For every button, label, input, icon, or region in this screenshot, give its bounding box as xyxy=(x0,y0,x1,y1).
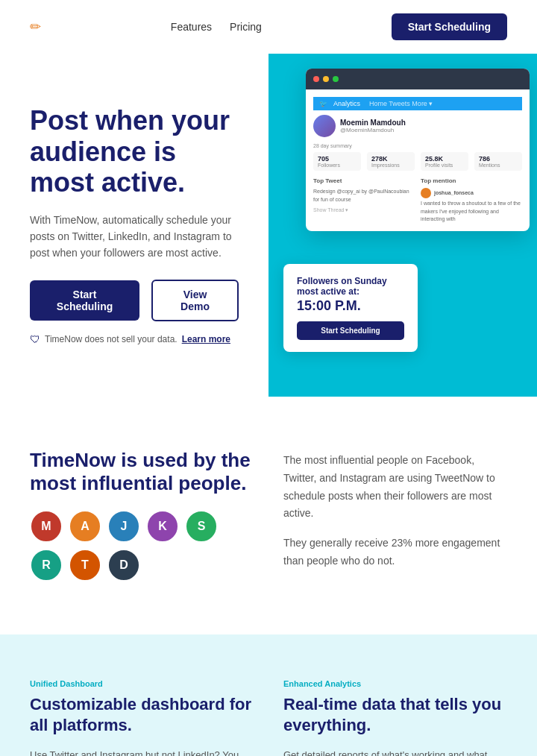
stat1-label: Followers xyxy=(318,163,357,168)
hero-heading: Post when your audience is most active. xyxy=(30,105,239,198)
avatars-row: M A J K S R T D xyxy=(30,510,254,582)
popup-card: Followers on Sunday most active at: 15:0… xyxy=(283,264,418,352)
stat-visits: 25.8K Profile visits xyxy=(421,152,468,171)
tweet-arrow: Show Thread ▾ xyxy=(313,207,415,215)
top-tweet-label: Top Tweet xyxy=(313,177,415,186)
dash-right-col: Top mention joshua_fonseca I wanted to t… xyxy=(421,177,522,224)
dash-topbar xyxy=(306,69,530,89)
stat2-label: Impressions xyxy=(371,163,410,168)
stat3-val: 25.8K xyxy=(425,155,464,163)
profile-avatar xyxy=(313,115,336,137)
hero-description: With TimeNow, automatically schedule you… xyxy=(30,212,239,262)
hero-actions: Start Scheduling View Demo xyxy=(30,280,239,321)
dashboard-mockup: 🐦 Analytics Home Tweets More ▾ Moemin Ma… xyxy=(306,69,530,231)
mention-text: I wanted to throw a shoutout to a few of… xyxy=(421,200,522,224)
influential-heading: TimeNow is used by the most influential … xyxy=(30,449,254,495)
dash-stats-row: 705 Followers 278K Impressions 25.8K Pro… xyxy=(313,152,522,171)
influential-desc1: The most influential people on Facebook,… xyxy=(283,452,507,523)
feature-left-desc: Use Twitter and Instagram but not Linked… xyxy=(30,747,254,756)
feature-right: Enhanced Analytics Real-time data that t… xyxy=(283,679,507,756)
logo-icon: ✏ xyxy=(30,19,41,35)
feature-left: Unified Dashboard Customizable dashboard… xyxy=(30,679,254,756)
profile-info: Moemin Mamdouh @MoeminMamdouh xyxy=(340,119,406,133)
dot-red xyxy=(313,76,319,82)
stat4-val: 786 xyxy=(479,155,518,163)
avatar-3: J xyxy=(107,510,140,543)
stat4-label: Mentions xyxy=(479,163,518,168)
dash-body-cols: Top Tweet Redesign @copy_ai by @PaulNaco… xyxy=(313,177,522,224)
navbar: ✏ Features Pricing Start Scheduling xyxy=(0,0,537,54)
hero-left: Post when your audience is most active. … xyxy=(0,54,268,397)
stat2-val: 278K xyxy=(371,155,410,163)
feature-left-heading: Customizable dashboard for all platforms… xyxy=(30,694,254,737)
avatar-2: A xyxy=(69,510,101,543)
stat-mentions: 786 Mentions xyxy=(474,152,522,171)
dash-left-col: Top Tweet Redesign @copy_ai by @PaulNaco… xyxy=(313,177,415,224)
stat-impressions: 278K Impressions xyxy=(367,152,415,171)
dash-profile: Moemin Mamdouh @MoeminMamdouh xyxy=(313,115,522,137)
feature-left-tag: Unified Dashboard xyxy=(30,679,254,688)
popup-cta-button[interactable]: Start Scheduling xyxy=(297,321,404,340)
avatar-5: S xyxy=(185,510,218,543)
avatar-6: R xyxy=(30,549,63,582)
dash-body: Top Tweet Redesign @copy_ai by @PaulNaco… xyxy=(313,177,522,224)
popup-title: Followers on Sunday most active at: xyxy=(297,276,404,297)
twitter-label: Analytics xyxy=(333,100,360,107)
mention-avatar xyxy=(421,188,431,198)
avatar-7: T xyxy=(69,549,101,582)
dot-yellow xyxy=(323,76,329,82)
stat1-val: 705 xyxy=(318,155,357,163)
shield-icon: 🛡 xyxy=(30,333,40,345)
trust-link[interactable]: Learn more xyxy=(182,334,230,344)
influential-section: TimeNow is used by the most influential … xyxy=(0,397,537,634)
popup-time: 15:00 P.M. xyxy=(297,298,404,314)
nav-pricing[interactable]: Pricing xyxy=(230,21,262,33)
feature-right-desc: Get detailed reports of what's working a… xyxy=(283,747,507,756)
twitter-bar: 🐦 Analytics Home Tweets More ▾ xyxy=(313,97,522,110)
feature-right-tag: Enhanced Analytics xyxy=(283,679,507,688)
top-tweet-body: Redesign @copy_ai by @PaulNacoubian for … xyxy=(313,188,415,204)
twitter-nav: Home Tweets More ▾ xyxy=(369,100,433,107)
hero-cta-button[interactable]: Start Scheduling xyxy=(30,280,139,321)
hero-demo-button[interactable]: View Demo xyxy=(151,280,239,321)
nav-features[interactable]: Features xyxy=(171,21,212,33)
hero-trust: 🛡 TimeNow does not sell your data. Learn… xyxy=(30,333,239,345)
mention-name: joshua_fonseca xyxy=(434,189,474,198)
stat-followers: 705 Followers xyxy=(313,152,361,171)
twitter-icon: 🐦 xyxy=(319,100,327,107)
profile-name: Moemin Mamdouh xyxy=(340,119,406,127)
profile-handle: @MoeminMamdouh xyxy=(340,127,406,133)
avatar-4: K xyxy=(146,510,179,543)
trust-text: TimeNow does not sell your data. xyxy=(45,334,178,344)
hero-section: Post when your audience is most active. … xyxy=(0,54,537,397)
influential-left: TimeNow is used by the most influential … xyxy=(30,449,254,582)
hero-right: 🐦 Analytics Home Tweets More ▾ Moemin Ma… xyxy=(268,54,537,397)
top-mention-label: Top mention xyxy=(421,177,522,186)
logo[interactable]: ✏ xyxy=(30,19,41,35)
influential-desc2: They generally receive 23% more engageme… xyxy=(283,535,507,570)
feature-right-heading: Real-time data that tells you everything… xyxy=(283,694,507,737)
nav-links: Features Pricing xyxy=(171,21,262,33)
mention-profile: joshua_fonseca xyxy=(421,188,522,198)
dash-summary-label: 28 day summary xyxy=(313,143,522,148)
nav-cta-button[interactable]: Start Scheduling xyxy=(392,13,507,40)
dash-content: 🐦 Analytics Home Tweets More ▾ Moemin Ma… xyxy=(306,89,530,231)
avatar-1: M xyxy=(30,510,63,543)
avatar-8: D xyxy=(107,549,140,582)
dot-green xyxy=(333,76,339,82)
stat3-label: Profile visits xyxy=(425,163,464,168)
features-section: Unified Dashboard Customizable dashboard… xyxy=(0,634,537,756)
influential-right: The most influential people on Facebook,… xyxy=(283,449,507,582)
